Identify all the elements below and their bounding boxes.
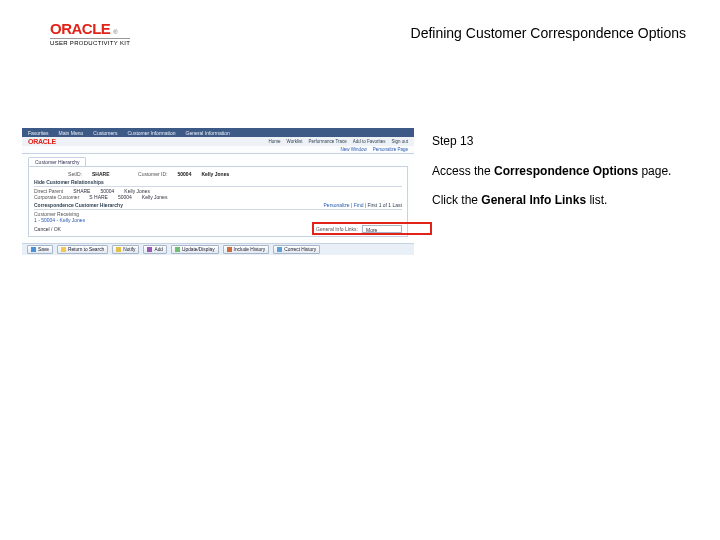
add-label: Add [154,247,163,252]
save-icon [31,247,36,252]
instruction-line-1: Access the Correspondence Options page. [432,164,694,180]
bottom-row: Cancel / OK General Info Links: More [34,225,402,233]
section-corr-tools: Personalize | Find | First 1 of 1 Last [324,202,402,208]
step-label: Step 13 [432,134,694,150]
txt: page. [638,164,671,178]
link-perf[interactable]: Performance Trace [308,139,346,144]
add-icon [147,247,152,252]
instruction-line-2: Click the General Info Links list. [432,193,694,209]
topnav: Favorites Main Menu Customers Customer I… [22,128,414,137]
notify-label: Notify [123,247,135,252]
return-label: Return to Search [68,247,104,252]
txt: Click the [432,193,481,207]
brand-block: ORACLE ® USER PRODUCTIVITY KIT [50,20,130,46]
bold-corr-opts: Correspondence Options [494,164,638,178]
include-label: Include History [234,247,266,252]
tab-customer-hierarchy[interactable]: Customer Hierarchy [28,157,86,166]
logo-subline: USER PRODUCTIVITY KIT [50,38,130,46]
notify-icon [116,247,121,252]
txt: Access the [432,164,494,178]
notify-button[interactable]: Notify [112,245,139,254]
section-corr: Correspondence Customer Hierarchy Person… [34,202,402,210]
setid-value: SHARE [92,171,110,177]
personalize-link[interactable]: Personalize | Find | [324,202,367,208]
include-history-button[interactable]: Include History [223,245,270,254]
correl: Cancel / OK [34,226,61,232]
section-relationships: Hide Customer Relationships [34,179,402,187]
custname-value: Kelly Jones [201,171,229,177]
link-home[interactable]: Home [269,139,281,144]
update-icon [175,247,180,252]
update-label: Update/Display [182,247,215,252]
setid-label: SetID: [34,171,82,177]
txt: list. [586,193,607,207]
instruction-panel: Step 13 Access the Correspondence Option… [432,134,694,223]
breadcrumb: Customers [93,130,117,136]
app-screenshot: Favorites Main Menu Customers Customer I… [22,128,414,248]
page-header: ORACLE ® USER PRODUCTIVITY KIT Defining … [50,14,700,52]
corpid-val: 50004 [118,194,132,200]
link-worklist[interactable]: Worklist [287,139,303,144]
body: Customer Hierarchy SetID: SHARE Customer… [22,154,414,243]
breadcrumb: Customer Information [127,130,175,136]
add-button[interactable]: Add [143,245,167,254]
corp-label: Corporate Customer [34,194,79,200]
cust-row-link[interactable]: 1 - 50004 - Kelly Jones [34,217,85,223]
count-text: First 1 of 1 Last [368,202,402,208]
breadcrumb: General Information [186,130,230,136]
logo-tm: ® [113,29,117,35]
brand-links: Home Worklist Performance Trace Add to F… [269,139,408,144]
link-newwin[interactable]: New Window [340,147,366,152]
include-icon [227,247,232,252]
page-title: Defining Customer Correspondence Options [411,25,686,41]
sub-links: New Window Personalize Page [22,146,414,154]
corp-val: S HARE [89,194,108,200]
oracle-logo: ORACLE ® [50,20,130,37]
link-signout[interactable]: Sign out [391,139,408,144]
breadcrumb: Main Menu [59,130,84,136]
button-bar: Save Return to Search Notify Add Update/… [22,243,414,255]
breadcrumb: Favorites [28,130,49,136]
correct-icon [277,247,282,252]
section-corr-label: Correspondence Customer Hierarchy [34,202,123,208]
custid-value: 50004 [178,171,192,177]
update-button[interactable]: Update/Display [171,245,219,254]
panel-main: SetID: SHARE Customer ID: 50004 Kelly Jo… [28,166,408,237]
custid-label: Customer ID: [120,171,168,177]
rel-row2: Corporate Customer S HARE 50004 Kelly Jo… [34,194,402,200]
save-label: Save [38,247,49,252]
save-button[interactable]: Save [27,245,53,254]
link-personalize[interactable]: Personalize Page [373,147,408,152]
highlight-box [312,222,432,235]
return-button[interactable]: Return to Search [57,245,108,254]
return-icon [61,247,66,252]
row-ids: SetID: SHARE Customer ID: 50004 Kelly Jo… [34,170,402,177]
mini-logo: ORACLE [28,138,56,145]
correct-label: Correct History [284,247,316,252]
brand-bar: ORACLE Home Worklist Performance Trace A… [22,137,414,146]
link-fav[interactable]: Add to Favorites [353,139,386,144]
bold-gi-links: General Info Links [481,193,586,207]
corpname: Kelly Jones [142,194,168,200]
correct-history-button[interactable]: Correct History [273,245,320,254]
logo-word: ORACLE [50,20,110,37]
